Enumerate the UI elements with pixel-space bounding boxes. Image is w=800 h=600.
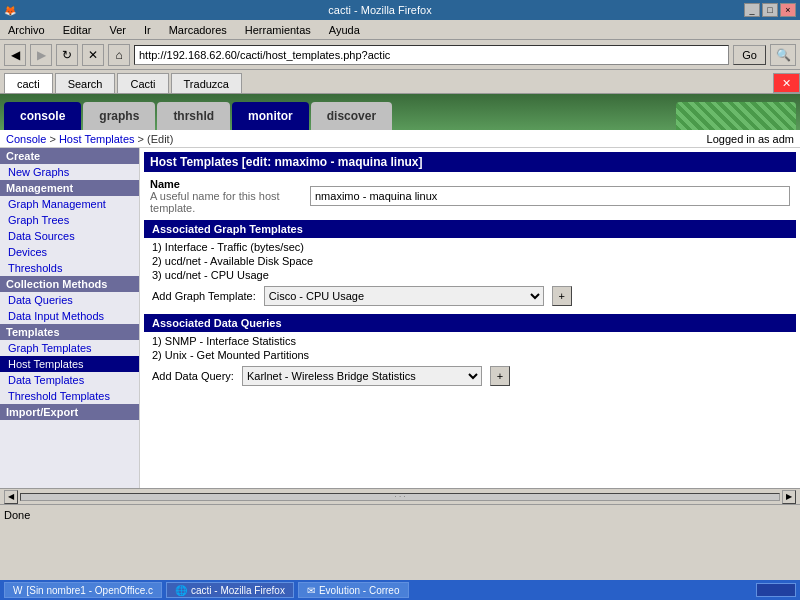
content-area: Host Templates [edit: nmaximo - maquina …: [140, 148, 800, 488]
sidebar-item-graph-trees[interactable]: Graph Trees: [0, 212, 139, 228]
tab-discover[interactable]: discover: [311, 102, 392, 130]
sidebar-item-data-sources[interactable]: Data Sources: [0, 228, 139, 244]
sidebar-section-collection: Collection Methods: [0, 276, 139, 292]
sidebar-item-graph-templates[interactable]: Graph Templates: [0, 340, 139, 356]
stop-button[interactable]: ✕: [82, 44, 104, 66]
sidebar-section-import-export: Import/Export: [0, 404, 139, 420]
sidebar-item-data-queries[interactable]: Data Queries: [0, 292, 139, 308]
name-label: Name: [150, 178, 298, 190]
sidebar-item-new-graphs[interactable]: New Graphs: [0, 164, 139, 180]
firefox-label: cacti - Mozilla Firefox: [191, 585, 285, 596]
tab-console[interactable]: console: [4, 102, 81, 130]
menu-archivo[interactable]: Archivo: [4, 24, 49, 36]
tab-traduzca[interactable]: Traduzca: [171, 73, 242, 93]
graph-template-item-2: 2) ucd/net - Available Disk Space: [144, 254, 796, 268]
desktop-preview[interactable]: [756, 583, 796, 597]
new-tab-button[interactable]: ✕: [773, 73, 800, 93]
sidebar-item-devices[interactable]: Devices: [0, 244, 139, 260]
menu-ayuda[interactable]: Ayuda: [325, 24, 364, 36]
breadcrumb-host-templates[interactable]: Host Templates: [59, 133, 135, 145]
evolution-icon: ✉: [307, 585, 315, 596]
add-graph-template-row: Add Graph Template: Cisco - CPU Usage In…: [144, 282, 796, 310]
evolution-label: Evolution - Correo: [319, 585, 400, 596]
menu-editar[interactable]: Editar: [59, 24, 96, 36]
tab-monitor[interactable]: monitor: [232, 102, 309, 130]
tab-thrshld[interactable]: thrshld: [157, 102, 230, 130]
tab-search-label: Search: [68, 78, 103, 90]
reload-button[interactable]: ↻: [56, 44, 78, 66]
home-button[interactable]: ⌂: [108, 44, 130, 66]
sidebar-item-graph-management[interactable]: Graph Management: [0, 196, 139, 212]
h-scrollbar[interactable]: ◀ · · · ▶: [0, 488, 800, 504]
graph-template-item-3: 3) ucd/net - CPU Usage: [144, 268, 796, 282]
taskbar-openoffice[interactable]: W [Sin nombre1 - OpenOffice.c: [4, 582, 162, 598]
login-info: Logged in as adm: [707, 133, 794, 145]
tab-traduzca-label: Traduzca: [184, 78, 229, 90]
scroll-dots: · · ·: [394, 492, 405, 501]
tab-graphs[interactable]: graphs: [83, 102, 155, 130]
sidebar-section-create: Create: [0, 148, 139, 164]
taskbar: W [Sin nombre1 - OpenOffice.c 🌐 cacti - …: [0, 580, 800, 600]
go-button[interactable]: Go: [733, 45, 766, 65]
breadcrumb-current: (Edit): [147, 133, 173, 145]
taskbar-firefox[interactable]: 🌐 cacti - Mozilla Firefox: [166, 582, 294, 598]
sidebar-item-thresholds[interactable]: Thresholds: [0, 260, 139, 276]
menu-ir[interactable]: Ir: [140, 24, 155, 36]
sidebar-item-threshold-templates[interactable]: Threshold Templates: [0, 388, 139, 404]
forward-button[interactable]: ▶: [30, 44, 52, 66]
breadcrumb-console[interactable]: Console: [6, 133, 46, 145]
sidebar-item-host-templates[interactable]: Host Templates: [0, 356, 139, 372]
tab-cacti2-label: Cacti: [130, 78, 155, 90]
add-data-query-button[interactable]: +: [490, 366, 510, 386]
openoffice-label: [Sin nombre1 - OpenOffice.c: [26, 585, 153, 596]
sidebar-item-data-templates[interactable]: Data Templates: [0, 372, 139, 388]
scroll-left-button[interactable]: ◀: [4, 490, 18, 504]
add-graph-template-button[interactable]: +: [552, 286, 572, 306]
menu-herramientas[interactable]: Herramientas: [241, 24, 315, 36]
cacti-nav: console graphs thrshld monitor discover: [0, 94, 800, 130]
add-data-query-label: Add Data Query:: [152, 370, 234, 382]
breadcrumb: Console > Host Templates > (Edit): [6, 133, 173, 145]
sidebar-item-data-input-methods[interactable]: Data Input Methods: [0, 308, 139, 324]
sidebar-section-templates: Templates: [0, 324, 139, 340]
firefox-icon: 🌐: [175, 585, 187, 596]
name-desc: A useful name for this host template.: [150, 190, 298, 214]
status-bar: Done: [0, 504, 800, 524]
data-queries-header: Associated Data Queries: [144, 314, 796, 332]
menu-ver[interactable]: Ver: [105, 24, 130, 36]
window-title: cacti - Mozilla Firefox: [16, 4, 744, 16]
tab-cacti2[interactable]: Cacti: [117, 73, 168, 93]
add-graph-template-label: Add Graph Template:: [152, 290, 256, 302]
add-graph-template-select[interactable]: Cisco - CPU Usage Interface - Traffic (b…: [264, 286, 544, 306]
tab-cacti-label: cacti: [17, 78, 40, 90]
status-text: Done: [4, 509, 30, 521]
toolbar: ◀ ▶ ↻ ✕ ⌂ Go 🔍: [0, 40, 800, 70]
name-input[interactable]: [310, 186, 790, 206]
maximize-button[interactable]: □: [762, 3, 778, 17]
back-button[interactable]: ◀: [4, 44, 26, 66]
close-button[interactable]: ×: [780, 3, 796, 17]
breadcrumb-bar: Console > Host Templates > (Edit) Logged…: [0, 130, 800, 148]
name-table: Name A useful name for this host templat…: [144, 176, 796, 216]
openoffice-icon: W: [13, 585, 22, 596]
sidebar: Create New Graphs Management Graph Manag…: [0, 148, 140, 488]
menu-bar: Archivo Editar Ver Ir Marcadores Herrami…: [0, 20, 800, 40]
scroll-right-button[interactable]: ▶: [782, 490, 796, 504]
taskbar-evolution[interactable]: ✉ Evolution - Correo: [298, 582, 409, 598]
window-controls[interactable]: _ □ ×: [744, 3, 796, 17]
title-bar: 🦊 cacti - Mozilla Firefox _ □ ×: [0, 0, 800, 20]
tab-search[interactable]: Search: [55, 73, 116, 93]
browser-tabs: cacti Search Cacti Traduzca ✕: [0, 70, 800, 94]
graph-templates-header: Associated Graph Templates: [144, 220, 796, 238]
search-icon[interactable]: 🔍: [770, 44, 796, 66]
add-data-query-row: Add Data Query: Karlnet - Wireless Bridg…: [144, 362, 796, 390]
main-content: Create New Graphs Management Graph Manag…: [0, 148, 800, 488]
host-templates-header: Host Templates [edit: nmaximo - maquina …: [144, 152, 796, 172]
minimize-button[interactable]: _: [744, 3, 760, 17]
url-input[interactable]: [134, 45, 729, 65]
add-data-query-select[interactable]: Karlnet - Wireless Bridge Statistics SNM…: [242, 366, 482, 386]
sidebar-section-management: Management: [0, 180, 139, 196]
menu-marcadores[interactable]: Marcadores: [165, 24, 231, 36]
graph-template-item-1: 1) Interface - Traffic (bytes/sec): [144, 240, 796, 254]
tab-cacti[interactable]: cacti: [4, 73, 53, 93]
